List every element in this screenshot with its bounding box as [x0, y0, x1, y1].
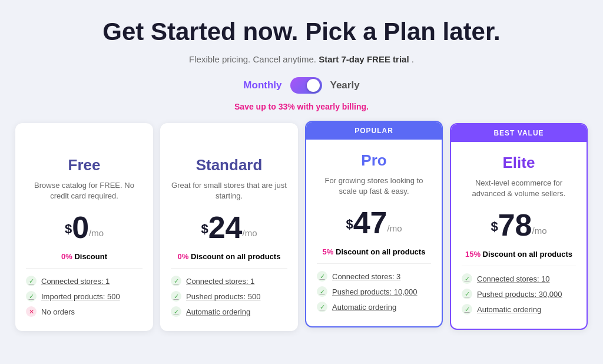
feature-icon: ✓ — [171, 291, 181, 302]
plan-body-elite: Elite Next-level ecommerce for advanced … — [451, 142, 587, 329]
discount-line-elite: 15% Discount on all products — [462, 250, 576, 266]
plan-body-standard: Standard Great for small stores that are… — [160, 144, 298, 331]
toggle-knob — [307, 79, 320, 92]
price-period-free: /mo — [89, 228, 104, 238]
plan-card-elite: BEST VALUE Elite Next-level ecommerce fo… — [450, 123, 588, 330]
billing-toggle-switch[interactable] — [290, 77, 322, 94]
plan-badge-elite: BEST VALUE — [451, 124, 587, 142]
page-title: Get Started now. Pick a Plan later. — [12, 18, 591, 46]
plan-header-empty-free — [15, 123, 153, 144]
plan-header-empty-standard — [160, 123, 298, 144]
page-wrapper: Get Started now. Pick a Plan later. Flex… — [0, 0, 603, 343]
feature-item: ✓ Pushed products: 30,000 — [462, 289, 576, 299]
price-amount-free: 0 — [72, 212, 89, 243]
feature-item: ✓ Connected stores: 10 — [462, 273, 576, 284]
feature-icon: ✓ — [26, 276, 37, 286]
plan-badge-pro: POPULAR — [306, 122, 442, 140]
feature-list-standard: ✓ Connected stores: 1 ✓ Pushed products:… — [171, 276, 287, 317]
discount-line-standard: 0% Discount on all products — [171, 252, 287, 269]
discount-line-pro: 5% Discount on all products — [317, 247, 431, 264]
feature-item: ✓ Connected stores: 1 — [171, 276, 287, 286]
discount-pct-free: 0% — [61, 252, 72, 261]
price-dollar-free: $ — [65, 221, 72, 237]
plan-name-standard: Standard — [171, 156, 287, 174]
feature-item: ✓ Automatic ordering — [171, 306, 287, 317]
feature-list-elite: ✓ Connected stores: 10 ✓ Pushed products… — [462, 273, 576, 315]
feature-item: ✓ Automatic ordering — [462, 304, 576, 315]
plan-desc-elite: Next-level ecommerce for advanced & volu… — [462, 178, 576, 200]
feature-item: ✓ Automatic ordering — [317, 302, 431, 312]
plan-price-elite: $ 78 /mo — [462, 210, 576, 240]
discount-pct-pro: 5% — [323, 247, 334, 256]
price-amount-pro: 47 — [353, 207, 387, 238]
feature-icon: ✓ — [317, 286, 327, 297]
billing-yearly-label: Yearly — [330, 80, 360, 91]
feature-item: ✓ Pushed products: 10,000 — [317, 286, 431, 297]
subtitle: Flexible pricing. Cancel anytime. Start … — [12, 54, 591, 64]
discount-line-free: 0% Discount — [26, 252, 143, 269]
billing-toggle: Monthly Yearly — [12, 77, 591, 94]
feature-icon: ✓ — [317, 302, 327, 312]
plan-desc-free: Browse catalog for FREE. No credit card … — [26, 180, 143, 203]
feature-item: ✓ Imported products: 500 — [26, 291, 143, 302]
feature-icon: ✓ — [462, 289, 472, 299]
price-dollar-elite: $ — [491, 219, 498, 234]
discount-pct-elite: 15% — [465, 250, 481, 259]
feature-icon: ✓ — [171, 306, 181, 317]
plan-name-elite: Elite — [462, 154, 576, 172]
plan-body-free: Free Browse catalog for FREE. No credit … — [15, 144, 153, 331]
discount-pct-standard: 0% — [178, 252, 189, 261]
feature-icon: ✓ — [26, 291, 37, 302]
feature-icon: ✓ — [317, 271, 327, 282]
feature-list-pro: ✓ Connected stores: 3 ✓ Pushed products:… — [317, 271, 431, 312]
plan-name-free: Free — [26, 156, 143, 174]
price-amount-standard: 24 — [208, 212, 243, 243]
plan-price-standard: $ 24 /mo — [171, 212, 287, 243]
plan-card-pro: POPULAR Pro For growing stores looking t… — [305, 121, 443, 327]
billing-monthly-label: Monthly — [243, 80, 281, 91]
plan-card-standard: Standard Great for small stores that are… — [160, 123, 298, 331]
feature-item: ✓ Connected stores: 1 — [26, 276, 143, 286]
plan-card-free: Free Browse catalog for FREE. No credit … — [15, 123, 153, 331]
plan-price-free: $ 0 /mo — [26, 212, 143, 243]
save-text: Save up to 33% with yearly billing. — [12, 102, 591, 111]
price-dollar-pro: $ — [346, 217, 353, 232]
price-amount-elite: 78 — [498, 210, 532, 240]
price-period-elite: /mo — [532, 226, 547, 236]
feature-icon: ✕ — [26, 306, 37, 317]
plan-desc-standard: Great for small stores that are just sta… — [171, 180, 287, 203]
plan-price-pro: $ 47 /mo — [317, 207, 431, 238]
feature-icon: ✓ — [462, 273, 472, 284]
plan-name-pro: Pro — [317, 151, 431, 170]
plan-desc-pro: For growing stores looking to scale up f… — [317, 176, 431, 198]
plan-body-pro: Pro For growing stores looking to scale … — [306, 140, 442, 326]
feature-list-free: ✓ Connected stores: 1 ✓ Imported product… — [26, 276, 143, 317]
price-period-standard: /mo — [243, 228, 257, 238]
price-period-pro: /mo — [387, 223, 402, 233]
feature-item: ✕ No orders — [26, 306, 143, 317]
feature-item: ✓ Connected stores: 3 — [317, 271, 431, 282]
price-dollar-standard: $ — [201, 221, 208, 237]
feature-item: ✓ Pushed products: 500 — [171, 291, 287, 302]
feature-icon: ✓ — [462, 304, 472, 315]
feature-icon: ✓ — [171, 276, 181, 286]
plans-container: Free Browse catalog for FREE. No credit … — [12, 123, 591, 331]
